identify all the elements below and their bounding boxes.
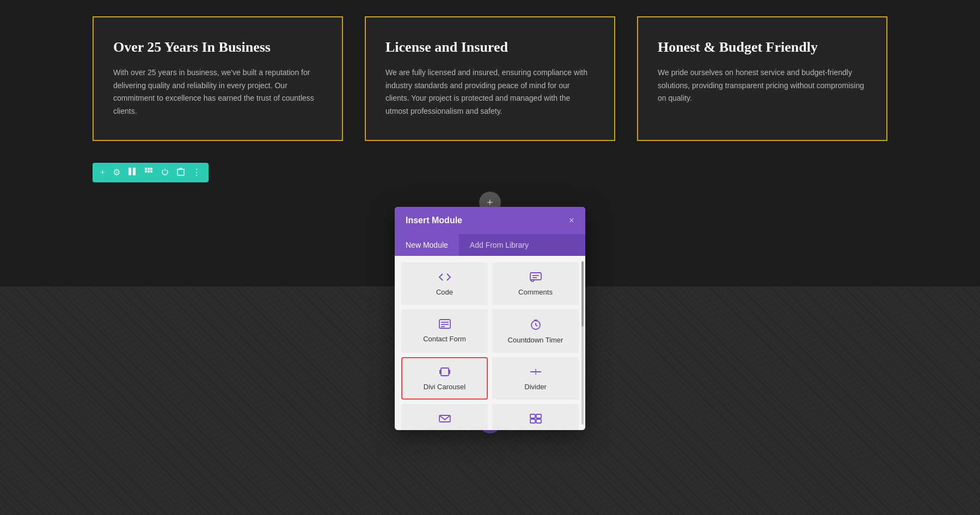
svg-rect-8 [177, 169, 184, 175]
module-countdown-label: Countdown Timer [508, 336, 564, 344]
module-code[interactable]: Code [401, 262, 488, 305]
svg-point-22 [443, 376, 444, 377]
tab-new-module[interactable]: New Module [395, 234, 459, 256]
svg-rect-34 [536, 419, 541, 423]
module-email-optin[interactable]: Email Optin [401, 404, 488, 430]
email-optin-icon [439, 414, 451, 425]
svg-rect-32 [536, 414, 541, 418]
filterable-portfolio-icon [530, 414, 542, 425]
svg-rect-31 [530, 414, 535, 418]
svg-rect-33 [530, 419, 535, 423]
card-2: License and Insured We are fully license… [365, 16, 615, 141]
module-contact-form[interactable]: Contact Form [401, 309, 488, 353]
countdown-icon [530, 319, 541, 332]
comments-icon [530, 272, 542, 284]
toolbar-columns-icon[interactable] [128, 167, 137, 178]
modal-title: Insert Module [406, 216, 462, 225]
module-divi-carousel-label: Divi Carousel [424, 383, 465, 391]
section-toolbar: + ⚙ ⋮ [93, 163, 209, 182]
svg-rect-5 [145, 170, 147, 173]
module-divi-carousel[interactable]: Divi Carousel [401, 357, 488, 400]
toolbar-power-icon[interactable] [161, 167, 169, 178]
svg-rect-20 [439, 370, 441, 374]
modal-container: Insert Module × New Module Add From Libr… [395, 207, 585, 430]
tab-add-from-library[interactable]: Add From Library [459, 234, 540, 256]
module-divider[interactable]: Divider [492, 357, 579, 400]
divider-icon [530, 367, 542, 378]
module-divider-label: Divider [524, 383, 546, 391]
code-icon [439, 272, 451, 284]
svg-rect-21 [449, 370, 450, 374]
modal-header: Insert Module × [395, 207, 585, 234]
modal-close-button[interactable]: × [569, 216, 574, 225]
card-2-body: We are fully licensed and insured, ensur… [385, 66, 595, 118]
card-3-title: Honest & Budget Friendly [658, 38, 867, 57]
svg-rect-7 [150, 170, 152, 173]
svg-rect-10 [530, 273, 541, 280]
svg-point-23 [444, 376, 445, 377]
module-code-label: Code [436, 288, 453, 296]
module-filterable-portfolio[interactable]: Filterable Portfolio [492, 404, 579, 430]
modal-body: Code Comments Contact Form [395, 256, 585, 430]
card-1-title: Over 25 Years In Business [113, 38, 322, 57]
svg-rect-6 [148, 170, 150, 173]
modal-tabs: New Module Add From Library [395, 234, 585, 256]
module-countdown-timer[interactable]: Countdown Timer [492, 309, 579, 353]
svg-rect-4 [150, 168, 152, 170]
svg-point-27 [535, 371, 537, 373]
toolbar-settings-icon[interactable]: ⚙ [113, 167, 120, 177]
toolbar-add-icon[interactable]: + [100, 168, 105, 177]
card-2-title: License and Insured [385, 38, 595, 57]
svg-rect-3 [148, 168, 150, 170]
divi-carousel-icon [439, 367, 451, 378]
card-1-body: With over 25 years in business, we've bu… [113, 66, 322, 118]
card-3: Honest & Budget Friendly We pride oursel… [637, 16, 887, 141]
module-comments[interactable]: Comments [492, 262, 579, 305]
scrollbar-thumb[interactable] [581, 261, 584, 327]
main-content: Over 25 Years In Business With over 25 y… [0, 0, 980, 182]
insert-module-modal: Insert Module × New Module Add From Libr… [395, 207, 585, 430]
svg-rect-19 [441, 368, 449, 376]
module-contact-form-label: Contact Form [423, 335, 466, 343]
svg-point-24 [446, 376, 447, 377]
card-1: Over 25 Years In Business With over 25 y… [93, 16, 343, 141]
toolbar-trash-icon[interactable] [177, 167, 185, 178]
toolbar-grid-icon[interactable] [144, 167, 153, 178]
svg-rect-2 [145, 168, 147, 170]
module-comments-label: Comments [518, 288, 553, 296]
toolbar-more-icon[interactable]: ⋮ [192, 167, 201, 177]
module-email-optin-label: Email Optin [426, 430, 463, 430]
scrollbar[interactable] [581, 261, 584, 425]
cards-row: Over 25 Years In Business With over 25 y… [93, 16, 887, 141]
svg-rect-0 [128, 168, 131, 175]
module-filterable-portfolio-label: Filterable Portfolio [507, 430, 564, 430]
contact-form-icon [439, 319, 451, 330]
svg-rect-1 [133, 168, 136, 175]
card-3-body: We pride ourselves on honest service and… [658, 66, 867, 105]
